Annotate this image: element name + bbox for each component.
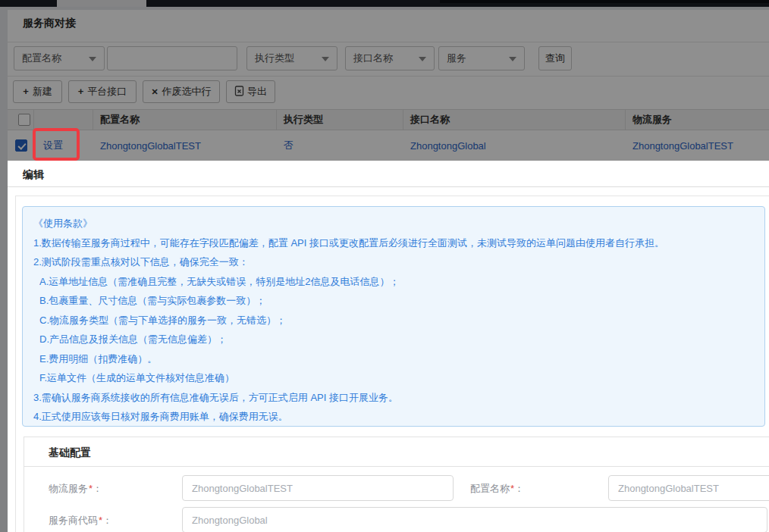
config-name-label: 配置名称*： — [470, 482, 524, 496]
annotation-highlight-rect — [33, 128, 80, 161]
logistics-service-field[interactable] — [182, 475, 454, 501]
edit-modal: 编辑 《使用条款》 1.数据传输至服务商过程中，可能存在字段匹配偏差，配置 AP… — [8, 161, 769, 532]
modal-body-panel: 《使用条款》 1.数据传输至服务商过程中，可能存在字段匹配偏差，配置 API 接… — [15, 196, 769, 532]
modal-title: 编辑 — [23, 168, 44, 182]
basic-config-title: 基础配置 — [49, 446, 91, 460]
terms-line: A.运单地址信息（需准确且完整，无缺失或错误，特别是地址2信息及电话信息）； — [33, 272, 754, 292]
terms-line: D.产品信息及报关信息（需无信息偏差）； — [33, 330, 754, 349]
terms-line: B.包裹重量、尺寸信息（需与实际包裹参数一致）； — [33, 291, 754, 311]
terms-line: E.费用明细（扣费准确）。 — [33, 349, 754, 369]
basic-config-header: 基础配置 — [24, 437, 769, 467]
terms-line: 3.需确认服务商系统接收的所有信息准确无误后，方可正式启用 API 接口开展业务… — [33, 388, 754, 408]
terms-line: 4.正式使用应该每日核对服务商费用账单，确保费用无误。 — [33, 407, 754, 427]
terms-heading: 《使用条款》 — [33, 214, 754, 233]
provider-code-label: 服务商代码*： — [49, 514, 112, 527]
terms-line: 2.测试阶段需重点核对以下信息，确保完全一致： — [33, 252, 754, 272]
basic-config-section: 基础配置 物流服务*： 配置名称*： 服务商代码*： — [24, 437, 769, 532]
terms-line: F.运单文件（生成的运单文件核对信息准确） — [33, 368, 754, 388]
config-name-field[interactable] — [608, 475, 769, 501]
modal-header: 编辑 — [8, 161, 769, 187]
terms-notice-box: 《使用条款》 1.数据传输至服务商过程中，可能存在字段匹配偏差，配置 API 接… — [22, 206, 765, 427]
provider-code-field[interactable] — [182, 507, 767, 532]
terms-line: C.物流服务类型（需与下单选择的服务一致，无错选）； — [33, 311, 754, 330]
terms-line: 1.数据传输至服务商过程中，可能存在字段匹配偏差，配置 API 接口或更改配置后… — [33, 233, 754, 253]
screenshot-root: 服务商对接 配置名称 执行类型 接口名称 服务 查询 — [0, 0, 769, 532]
logistics-service-label: 物流服务*： — [49, 482, 102, 496]
